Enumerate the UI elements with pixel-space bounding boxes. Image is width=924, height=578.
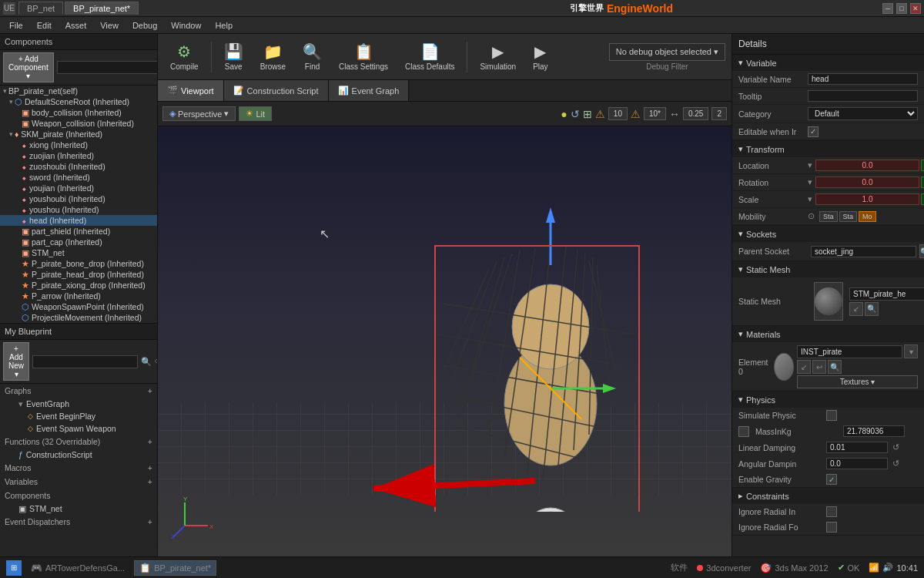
viewport-control-icon[interactable]: ⊞ bbox=[583, 108, 592, 120]
components-subsection[interactable]: Components bbox=[0, 489, 157, 502]
ignore-radial-fo-checkbox[interactable] bbox=[826, 522, 837, 533]
rotation-dropdown-icon[interactable]: ▾ bbox=[808, 177, 812, 187]
scale-icon[interactable]: ↔ bbox=[669, 108, 680, 120]
rotation-x-input[interactable] bbox=[815, 176, 919, 188]
menu-debug[interactable]: Debug bbox=[126, 19, 163, 32]
rotation-y-input[interactable] bbox=[921, 176, 924, 188]
viewport-area[interactable]: X Y Z ↖ bbox=[158, 126, 732, 556]
location-dropdown-icon[interactable]: ▾ bbox=[808, 160, 812, 170]
menu-window[interactable]: Window bbox=[165, 19, 207, 32]
tree-item-part-shield[interactable]: ▣ part_shield (Inherited) bbox=[0, 226, 157, 237]
viewport-control-icon[interactable]: ↺ bbox=[571, 108, 580, 120]
add-component-button[interactable]: + Add Component ▾ bbox=[3, 52, 54, 82]
play-button[interactable]: ▶ Play bbox=[527, 39, 554, 74]
component-search-input[interactable] bbox=[57, 61, 158, 74]
angular-reset-icon[interactable]: ↺ bbox=[892, 459, 899, 469]
scale-dropdown-icon[interactable]: ▾ bbox=[808, 194, 812, 204]
lit-button[interactable]: ☀ Lit bbox=[239, 106, 272, 121]
tree-item-head-drop[interactable]: ★ P_pirate_head_drop (Inherited) bbox=[0, 269, 157, 280]
debug-dropdown[interactable]: No debug object selected ▾ bbox=[609, 43, 725, 61]
tree-item-zuojian[interactable]: ⬥ zuojian (Inherited) bbox=[0, 150, 157, 161]
title-tab-bp-pirate[interactable]: BP_pirate_net* bbox=[65, 2, 139, 15]
mobility-movable-button[interactable]: Mo bbox=[859, 211, 876, 222]
tree-item-default-scene-root[interactable]: ▾ ⬡ DefaultSceneRoot (Inherited) bbox=[0, 96, 157, 107]
angle-value-button[interactable]: 10* bbox=[644, 107, 666, 120]
variable-section-header[interactable]: ▾ Variable bbox=[732, 55, 924, 71]
angular-damping-input[interactable] bbox=[826, 458, 888, 469]
material-action1-button[interactable]: ↙ bbox=[797, 360, 811, 374]
textures-button[interactable]: Textures ▾ bbox=[797, 375, 918, 388]
linear-reset-icon[interactable]: ↺ bbox=[892, 442, 899, 452]
macros-section[interactable]: Macros + bbox=[0, 461, 157, 475]
find-button[interactable]: 🔍 Find bbox=[296, 39, 328, 74]
tab-event-graph[interactable]: 📊 Event Graph bbox=[329, 80, 410, 101]
tab-construction-script[interactable]: 📝 Construction Script bbox=[224, 80, 329, 101]
close-button[interactable]: ✕ bbox=[910, 3, 921, 14]
tree-item-skm-pirate[interactable]: ▾ ♦ SKM_pirate (Inherited) bbox=[0, 129, 157, 139]
snap-value-button[interactable]: 10 bbox=[608, 107, 628, 120]
add-new-button[interactable]: + Add New ▾ bbox=[3, 342, 29, 381]
materials-section-header[interactable]: ▾ Materials bbox=[732, 326, 924, 342]
scale-value-button[interactable]: 0.25 bbox=[683, 107, 708, 120]
tree-item-head[interactable]: ⬥ head (Inherited) bbox=[0, 215, 157, 226]
tab-viewport[interactable]: 🎬 Viewport bbox=[158, 80, 224, 101]
menu-edit[interactable]: Edit bbox=[31, 19, 58, 32]
ignore-radial-in-checkbox[interactable] bbox=[826, 506, 837, 517]
tree-item-projectile[interactable]: ⬡ ProjectileMovement (Inherited) bbox=[0, 312, 157, 323]
variable-name-input[interactable] bbox=[808, 73, 918, 85]
perspective-dropdown[interactable]: ◈ Perspective ▾ bbox=[162, 106, 236, 121]
tree-item-weapon-collision[interactable]: ▣ Weapon_collision (Inherited) bbox=[0, 118, 157, 129]
socket-search-button[interactable]: 🔍 bbox=[919, 244, 924, 258]
menu-asset[interactable]: Asset bbox=[59, 19, 93, 32]
mesh-search-button[interactable]: 🔍 bbox=[865, 302, 879, 316]
tree-item-zuoshoubi[interactable]: ⬥ zuoshoubi (Inherited) bbox=[0, 161, 157, 172]
scale-x-input[interactable] bbox=[815, 193, 919, 205]
event-dispatchers-section[interactable]: Event Dispatchers + bbox=[0, 515, 157, 529]
menu-view[interactable]: View bbox=[94, 19, 125, 32]
menu-help[interactable]: Help bbox=[209, 19, 239, 32]
tree-item-bone-drop[interactable]: ★ P_pirate_bone_drop (Inherited) bbox=[0, 258, 157, 269]
tree-item-weapon-spawn[interactable]: ⬡ WeaponSpawnPoint (Inherited) bbox=[0, 301, 157, 312]
scale-y-input[interactable] bbox=[921, 193, 924, 205]
construction-script-item[interactable]: ƒ ConstructionScript bbox=[0, 449, 157, 461]
tooltip-input[interactable] bbox=[808, 90, 918, 102]
event-begin-play[interactable]: ◇ Event BeginPlay bbox=[0, 410, 157, 422]
title-tab-bp-net[interactable]: BP_net bbox=[18, 2, 63, 15]
constraints-section-header[interactable]: ▸ Constraints bbox=[732, 488, 924, 504]
stm-net-item[interactable]: ▣ STM_net bbox=[0, 502, 157, 515]
location-x-input[interactable] bbox=[815, 160, 919, 171]
mobility-static1-button[interactable]: Sta bbox=[819, 211, 838, 222]
tree-item-youshoubi[interactable]: ⬥ youshoubi (Inherited) bbox=[0, 193, 157, 204]
mesh-browse-button[interactable]: ↙ bbox=[849, 302, 863, 316]
linear-damping-input[interactable] bbox=[826, 442, 888, 453]
material-name-input[interactable] bbox=[797, 345, 902, 358]
mesh-name-input[interactable] bbox=[849, 287, 924, 301]
sockets-section-header[interactable]: ▾ Sockets bbox=[732, 226, 924, 242]
simulation-button[interactable]: ▶ Simulation bbox=[474, 39, 522, 74]
static-mesh-section-header[interactable]: ▾ Static Mesh bbox=[732, 261, 924, 277]
location-y-input[interactable] bbox=[921, 160, 924, 171]
viewport-control-icon[interactable]: ⚠ bbox=[595, 108, 605, 120]
minimize-button[interactable]: ─ bbox=[882, 3, 893, 14]
parent-socket-input[interactable] bbox=[811, 246, 916, 257]
taskbar-button-1[interactable]: 🎮 ARTowerDefensGa... bbox=[31, 563, 125, 573]
graphs-section[interactable]: Graphs + bbox=[0, 384, 157, 398]
material-dropdown-button[interactable]: ▾ bbox=[904, 344, 918, 358]
editable-checkbox[interactable]: ✓ bbox=[808, 126, 819, 137]
tree-item-youjian[interactable]: ⬥ youjian (Inherited) bbox=[0, 183, 157, 193]
enable-gravity-checkbox[interactable]: ✓ bbox=[826, 474, 837, 485]
tree-item-youshou[interactable]: ⬥ youshou (Inherited) bbox=[0, 204, 157, 215]
search-icon[interactable]: 🔍 bbox=[141, 357, 152, 367]
simulate-checkbox[interactable] bbox=[826, 410, 837, 421]
class-settings-button[interactable]: 📋 Class Settings bbox=[333, 39, 394, 74]
material-search-button[interactable]: 🔍 bbox=[828, 360, 842, 374]
tree-item-part-cap[interactable]: ▣ part_cap (Inherited) bbox=[0, 237, 157, 247]
tree-item-xiong[interactable]: ⬥ xiong (Inherited) bbox=[0, 139, 157, 150]
extra-value-button[interactable]: 2 bbox=[711, 107, 727, 120]
class-defaults-button[interactable]: 📄 Class Defaults bbox=[399, 39, 460, 74]
tree-item-sword[interactable]: ⬥ sword (Inherited) bbox=[0, 172, 157, 183]
tree-item-body-collision[interactable]: ▣ body_collision (Inherited) bbox=[0, 107, 157, 118]
transform-section-header[interactable]: ▾ Transform bbox=[732, 141, 924, 157]
tree-item-xiong-drop[interactable]: ★ P_pirate_xiong_drop (Inherited) bbox=[0, 280, 157, 291]
bp-net-self-item[interactable]: ▾ BP_pirate_net(self) bbox=[0, 86, 157, 96]
